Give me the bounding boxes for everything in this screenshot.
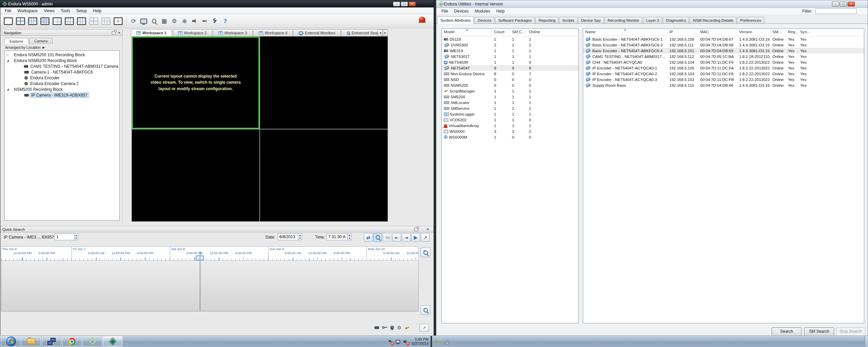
ws5000-titlebar[interactable]: Endura WS5000 - admin –▢× (0, 0, 434, 7)
time-input[interactable] (327, 233, 348, 240)
instant-replay-button[interactable] (383, 233, 392, 242)
tree-item[interactable]: Endura Encoder Camera 2 (5, 81, 119, 86)
layout-2x2[interactable] (14, 16, 26, 26)
network-icon[interactable] (395, 339, 400, 344)
column-header[interactable]: Online (527, 29, 542, 36)
tree-expander-icon[interactable]: ▷ (7, 53, 12, 56)
table-row[interactable]: NSD 0 0 0 (442, 77, 578, 82)
remote-app-taskbar-item[interactable] (42, 336, 61, 347)
stream-spinner[interactable]: ▲▼ (75, 233, 78, 240)
Supply Room Basic[interactable]: Supply Room Basic 192.168.5.110 00:04:7D… (583, 82, 864, 88)
filter-input[interactable] (815, 8, 857, 14)
table-row[interactable]: SM5200 1 1 1 (442, 94, 578, 100)
tab-scroll-left-icon[interactable]: ◀ (378, 29, 383, 36)
explorer-taskbar-item[interactable] (21, 336, 41, 347)
close-button[interactable]: × (409, 2, 416, 6)
connect-icon[interactable] (200, 16, 210, 26)
Basic Encoder - NET5404T-ABKFGC6-1[interactable]: Basic Encoder - NET5404T-ABKFGC6-1 192.1… (583, 36, 864, 42)
tree-item[interactable]: CAM1 TESTING - NET5404T-ABM0317 Camera (5, 63, 119, 69)
table-row[interactable]: SMLocator 1 1 1 (442, 100, 578, 105)
column-header[interactable]: Version (737, 29, 770, 36)
utilities-tab[interactable]: Software Packages (495, 17, 535, 23)
IP Encoder - NET5404T-ACYQCA0-1[interactable]: IP Encoder - NET5404T-ACYQCA0-1 192.168.… (583, 65, 864, 71)
menu-item[interactable]: Workspace (14, 8, 41, 13)
table-row[interactable]: WS5000 3 3 2 (442, 128, 578, 134)
layout-3x3[interactable] (26, 16, 39, 26)
video-cell[interactable] (260, 129, 388, 222)
table-row[interactable]: NET5301T 1 1 1 (442, 54, 578, 59)
tree-item[interactable]: IP Camera - IME319-ADBX857 (5, 92, 119, 98)
workspace-tab[interactable]: Workspace 1 (131, 29, 172, 36)
stop-search-button[interactable]: Stop Search (836, 327, 865, 336)
step-forward-button[interactable]: ⇥ (402, 233, 411, 242)
table-row[interactable]: IME319 1 1 1 (442, 48, 578, 54)
timeline-zoom-out-button[interactable]: − (421, 305, 430, 315)
column-header[interactable]: Count (492, 29, 510, 36)
workspace-tab[interactable]: External Monitors (293, 29, 340, 36)
panel-popout-button[interactable]: ↗ (419, 324, 429, 332)
menu-item[interactable]: Views (41, 8, 58, 13)
maximize-button[interactable]: ▢ (401, 2, 408, 6)
action-center-icon[interactable]: ⚑ (387, 339, 393, 344)
date-input[interactable] (278, 233, 298, 240)
key-status-icon[interactable] (382, 326, 387, 329)
CH4 - NET5404T-ACYQCA0[interactable]: CH4 - NET5404T-ACYQCA0 192.168.5.104 00:… (583, 59, 864, 65)
utilities-tab[interactable]: Reporting (535, 17, 558, 23)
utilities-tab[interactable]: Preferences (737, 17, 764, 23)
menu-item[interactable]: File (438, 9, 451, 14)
table-row[interactable]: DVR5300 2 2 2 (442, 42, 578, 48)
taskbar-clock[interactable]: 3:49 PM 6/27/2013 (412, 337, 429, 346)
table-row[interactable]: VCD5202 1 1 0 (442, 117, 578, 123)
Basic Encoder - NET5404T-ABKFGC6-4[interactable]: Basic Encoder - NET5404T-ABKFGC6-4 192.1… (583, 48, 864, 54)
layout-2-plus-8[interactable] (75, 16, 87, 26)
tree-item[interactable]: ◢ NSM5200 Recording Block (5, 86, 119, 92)
column-header[interactable]: Syn... (798, 29, 812, 36)
stream-number-input[interactable] (55, 233, 75, 240)
volume-icon[interactable] (403, 339, 408, 344)
refresh-button[interactable]: ⇄ (364, 233, 373, 242)
tree-expander-icon[interactable]: ◢ (7, 88, 12, 91)
layout-1-plus-7[interactable] (63, 16, 75, 26)
endura-ws5000-taskbar-item[interactable] (103, 336, 122, 347)
utilities-titlebar[interactable]: Endura Utilities - Internal Version –▢× (436, 0, 868, 8)
settings-status-icon[interactable]: ⚙ (397, 325, 401, 330)
CAM1 TESTING - NET5404T-ABM0317 ...[interactable]: CAM1 TESTING - NET5404T-ABM0317 ... 192.… (583, 54, 864, 59)
arranged-by-selector[interactable]: Arranged by Location ▶ (2, 44, 122, 50)
tree-item[interactable]: ◢ Endura NSM5200 Recording Block (5, 58, 119, 63)
lock-tray-icon[interactable] (444, 339, 450, 344)
utilities-tab[interactable]: Recording Monitor (605, 17, 643, 23)
time-spinner[interactable]: ▲▼ (348, 233, 352, 240)
column-header[interactable]: SM... (770, 29, 786, 36)
workspace-tab[interactable]: Workspace 4 (253, 29, 293, 36)
table-row[interactable]: ScriptManager 1 1 1 (442, 88, 578, 94)
sequence-icon[interactable]: ⟳ (129, 16, 139, 26)
menu-item[interactable]: Modules (472, 9, 493, 14)
video-cell[interactable] (260, 37, 388, 129)
sm-search-button[interactable]: SM Search (804, 327, 834, 336)
settings-icon[interactable]: ⚙ (169, 16, 179, 26)
chrome-taskbar-item[interactable] (62, 336, 82, 347)
table-row[interactable]: SMService 1 1 1 (442, 105, 578, 111)
export-button[interactable]: ↗ (421, 233, 430, 242)
step-back-button[interactable]: ⇤ (392, 233, 401, 242)
video-cell-selected[interactable]: Current layout cannot display the select… (132, 37, 259, 129)
table-row[interactable]: WS5000M 1 0 0 (442, 134, 578, 140)
column-header[interactable]: SM C... (510, 29, 527, 36)
minimize-button[interactable]: – (393, 2, 400, 6)
timeline-ruler[interactable]: Thu Jun 6 Fri Jun 7 Sat Jun 8 Sun Jun 9 … (1, 246, 419, 261)
column-header[interactable]: MAC (698, 29, 737, 36)
column-header[interactable]: Model (442, 29, 492, 36)
maximize-button[interactable]: ▢ (840, 2, 847, 6)
timeline-scrubber-handle[interactable] (196, 256, 204, 261)
column-header[interactable]: IP (667, 29, 698, 36)
table-row[interactable]: NET5402R 1 1 0 (442, 59, 578, 65)
search-toggle-button[interactable] (373, 233, 382, 242)
IP Encoder - NET5404T-ACYQCA0-2[interactable]: IP Encoder - NET5404T-ACYQCA0-2 192.168.… (583, 71, 864, 77)
layout-4x4[interactable] (39, 16, 51, 26)
layout-single[interactable] (2, 16, 14, 26)
layout-1-plus-5[interactable] (51, 16, 63, 26)
date-spinner[interactable]: ▲▼ (298, 233, 302, 240)
search-button[interactable]: Search (772, 327, 802, 336)
layout-fullscreen[interactable] (112, 16, 124, 26)
alarm-bell-icon[interactable] (418, 16, 426, 24)
